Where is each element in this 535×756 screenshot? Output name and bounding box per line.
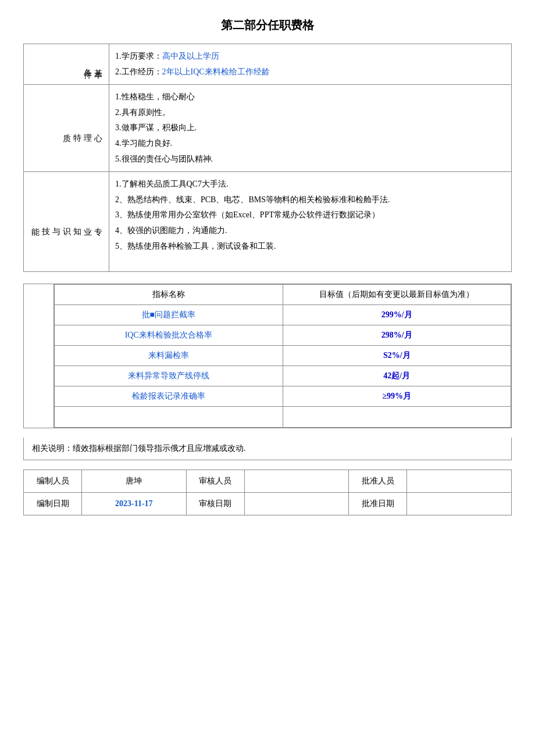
- basic-conditions-row: 基本条件 1.学历要求：高中及以上学历 2.工作经历：2年以上IQC来料检给工作…: [24, 44, 512, 85]
- basic-conditions-content: 1.学历要求：高中及以上学历 2.工作经历：2年以上IQC来料检给工作经龄: [109, 44, 512, 85]
- kpi-row-1-name: 批■问题拦截率: [55, 305, 283, 325]
- kpi-empty-row: [55, 407, 511, 428]
- skills-label: 专业知识与技能: [24, 172, 109, 272]
- basic-item-2-prefix: 2.工作经历：: [115, 67, 162, 76]
- kpi-row-1-value: 299%/月: [283, 305, 511, 325]
- kpi-label-cell: [24, 284, 54, 428]
- psych-item-4: 4.学习能力良好.: [115, 136, 505, 152]
- kpi-note: 相关说明：绩效指标根据部门领导指示俄才且应增减或改动.: [23, 438, 512, 460]
- footer-value-review-date: [244, 493, 349, 515]
- qualification-table: 基本条件 1.学历要求：高中及以上学历 2.工作经历：2年以上IQC来料检给工作…: [23, 44, 512, 272]
- psych-item-2: 2.具有原则性。: [115, 105, 505, 121]
- psychology-label: 心理特质: [24, 85, 109, 172]
- kpi-row-2: IQC来料检验批次合格率 298%/月: [55, 325, 511, 346]
- kpi-row-2-value: 298%/月: [283, 325, 511, 346]
- footer-label-editor: 编制人员: [24, 470, 82, 493]
- kpi-row-3-value: S2%/月: [283, 346, 511, 366]
- skill-item-4: 4、较强的识图能力，沟通能力.: [115, 223, 505, 239]
- psychology-content: 1.性格稳生，细心耐心 2.具有原则性。 3.做事严谋，积极向上. 4.学习能力…: [109, 85, 512, 172]
- kpi-row-4: 来料异常导致产线停线 42起/月: [55, 366, 511, 386]
- kpi-empty-left: [55, 407, 283, 428]
- footer-value-editor: 唐坤: [82, 470, 187, 493]
- kpi-col2-header: 目标值（后期如有变更以最新目标值为准）: [283, 285, 511, 305]
- skill-item-5: 5、熟练使用各种检验工具，测试设备和工装.: [115, 239, 505, 255]
- footer-label-approve-date: 批准日期: [349, 493, 407, 515]
- skill-item-2: 2、熟悉结构件、线束、PCB、电芯、BMS等物料的相关检验标准和检舱手法.: [115, 192, 505, 208]
- footer-value-approve-date: [407, 493, 512, 515]
- psych-item-3: 3.做事严谋，积极向上.: [115, 120, 505, 136]
- kpi-row-5-name: 检龄报表记录准确率: [55, 386, 283, 407]
- basic-item-1-highlight: 高中及以上学历: [162, 52, 219, 60]
- footer-value-reviewer: [244, 470, 349, 493]
- kpi-row-5: 检龄报表记录准确率 ≥99%月: [55, 386, 511, 407]
- kpi-empty-right: [283, 407, 511, 428]
- skills-row: 专业知识与技能 1.了解相关品质工具QC7大手法. 2、熟悉结构件、线束、PCB…: [24, 172, 512, 272]
- basic-item-2: 2.工作经历：2年以上IQC来料检给工作经龄: [115, 65, 505, 80]
- kpi-row-4-name: 来料异常导致产线停线: [55, 366, 283, 386]
- skill-item-3: 3、熟练使用常用办公室软件（如Excel、PPT常规办公软件进行数据记录）: [115, 207, 505, 223]
- footer-value-edit-date: 2023-11-17: [82, 493, 187, 515]
- kpi-content-cell: 指标名称 目标值（后期如有变更以最新目标值为准） 批■问题拦截率 299%/月 …: [54, 284, 512, 428]
- kpi-row-3-name: 来料漏检率: [55, 346, 283, 366]
- kpi-row-4-value: 42起/月: [283, 366, 511, 386]
- basic-conditions-label: 基本条件: [24, 44, 109, 85]
- footer-value-approver: [407, 470, 512, 493]
- kpi-header-row: 指标名称 目标值（后期如有变更以最新目标值为准）: [55, 285, 511, 305]
- footer-table: 编制人员 唐坤 审核人员 批准人员 编制日期 2023-11-17 审核日期 批…: [23, 470, 512, 515]
- psych-item-5: 5.很强的责任心与团队精神.: [115, 152, 505, 167]
- kpi-row-1: 批■问题拦截率 299%/月: [55, 305, 511, 325]
- kpi-row-3: 来料漏检率 S2%/月: [55, 346, 511, 366]
- kpi-row-2-name: IQC来料检验批次合格率: [55, 325, 283, 346]
- basic-item-1: 1.学历要求：高中及以上学历: [115, 49, 505, 65]
- skills-content: 1.了解相关品质工具QC7大手法. 2、熟悉结构件、线束、PCB、电芯、BMS等…: [109, 172, 512, 272]
- page-title: 第二部分任职费格: [23, 17, 512, 33]
- kpi-col1-header: 指标名称: [55, 285, 283, 305]
- basic-item-1-prefix: 1.学历要求：: [115, 52, 162, 60]
- skill-item-1: 1.了解相关品质工具QC7大手法.: [115, 177, 505, 192]
- footer-label-reviewer: 审核人员: [186, 470, 244, 493]
- kpi-table: 指标名称 目标值（后期如有变更以最新目标值为准） 批■问题拦截率 299%/月 …: [23, 284, 512, 428]
- psych-item-1: 1.性格稳生，细心耐心: [115, 89, 505, 105]
- footer-label-approver: 批准人员: [349, 470, 407, 493]
- kpi-row-5-value: ≥99%月: [283, 386, 511, 407]
- footer-row-2: 编制日期 2023-11-17 审核日期 批准日期: [24, 493, 512, 515]
- footer-row-1: 编制人员 唐坤 审核人员 批准人员: [24, 470, 512, 493]
- kpi-main-row: 指标名称 目标值（后期如有变更以最新目标值为准） 批■问题拦截率 299%/月 …: [24, 284, 512, 428]
- psychology-row: 心理特质 1.性格稳生，细心耐心 2.具有原则性。 3.做事严谋，积极向上. 4…: [24, 85, 512, 172]
- footer-label-edit-date: 编制日期: [24, 493, 82, 515]
- footer-label-review-date: 审核日期: [186, 493, 244, 515]
- basic-item-2-highlight: 2年以上IQC来料检给工作经龄: [162, 67, 270, 76]
- kpi-inner-table: 指标名称 目标值（后期如有变更以最新目标值为准） 批■问题拦截率 299%/月 …: [54, 284, 511, 428]
